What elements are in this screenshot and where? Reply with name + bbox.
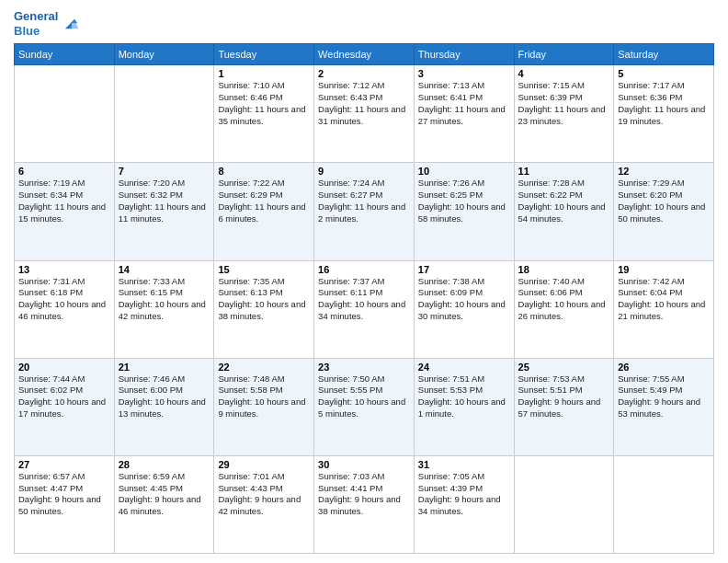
day-number: 10 [418, 166, 510, 177]
day-info: Sunrise: 7:13 AMSunset: 6:41 PMDaylight:… [418, 80, 506, 125]
day-number: 21 [119, 362, 210, 373]
calendar-cell: 9Sunrise: 7:24 AMSunset: 6:27 PMDaylight… [314, 163, 415, 260]
calendar-cell: 26Sunrise: 7:55 AMSunset: 5:49 PMDayligh… [614, 358, 714, 455]
day-number: 6 [18, 166, 110, 177]
day-info: Sunrise: 7:48 AMSunset: 5:58 PMDaylight:… [218, 373, 305, 419]
calendar-table: SundayMondayTuesdayWednesdayThursdayFrid… [14, 43, 714, 554]
day-info: Sunrise: 7:53 AMSunset: 5:51 PMDaylight:… [518, 373, 601, 419]
day-info: Sunrise: 7:10 AMSunset: 6:46 PMDaylight:… [218, 80, 305, 125]
day-number: 9 [318, 166, 410, 177]
day-number: 14 [119, 264, 210, 275]
day-info: Sunrise: 6:59 AMSunset: 4:45 PMDaylight:… [119, 471, 201, 516]
day-info: Sunrise: 7:42 AMSunset: 6:04 PMDaylight:… [618, 276, 705, 321]
calendar-cell: 8Sunrise: 7:22 AMSunset: 6:29 PMDaylight… [214, 163, 314, 260]
day-number: 5 [618, 68, 710, 79]
day-number: 12 [618, 166, 710, 177]
day-number: 30 [318, 459, 410, 470]
logo-icon [60, 14, 80, 34]
calendar-cell: 13Sunrise: 7:31 AMSunset: 6:18 PMDayligh… [15, 260, 115, 358]
col-header-wednesday: Wednesday [314, 44, 415, 65]
day-number: 18 [518, 264, 610, 275]
header: General Blue [14, 9, 714, 38]
calendar-cell: 21Sunrise: 7:46 AMSunset: 6:00 PMDayligh… [114, 358, 214, 455]
day-info: Sunrise: 7:20 AMSunset: 6:32 PMDaylight:… [119, 178, 206, 223]
calendar-week-4: 20Sunrise: 7:44 AMSunset: 6:02 PMDayligh… [15, 358, 714, 455]
page: General Blue SundayMondayTuesdayWednesda… [0, 0, 728, 563]
calendar-week-2: 6Sunrise: 7:19 AMSunset: 6:34 PMDaylight… [15, 163, 714, 260]
calendar-cell: 12Sunrise: 7:29 AMSunset: 6:20 PMDayligh… [614, 163, 714, 260]
day-number: 26 [618, 362, 710, 373]
calendar-cell: 19Sunrise: 7:42 AMSunset: 6:04 PMDayligh… [614, 260, 714, 358]
calendar-cell: 22Sunrise: 7:48 AMSunset: 5:58 PMDayligh… [214, 358, 314, 455]
calendar-cell: 2Sunrise: 7:12 AMSunset: 6:43 PMDaylight… [314, 65, 415, 163]
logo-text: General Blue [14, 9, 58, 38]
day-number: 13 [18, 264, 110, 275]
calendar-week-5: 27Sunrise: 6:57 AMSunset: 4:47 PMDayligh… [15, 455, 714, 553]
day-info: Sunrise: 7:46 AMSunset: 6:00 PMDaylight:… [119, 373, 206, 419]
day-number: 16 [318, 264, 410, 275]
day-info: Sunrise: 7:29 AMSunset: 6:20 PMDaylight:… [618, 178, 705, 223]
day-number: 28 [119, 459, 210, 470]
day-info: Sunrise: 7:55 AMSunset: 5:49 PMDaylight:… [618, 373, 700, 419]
calendar-cell: 5Sunrise: 7:17 AMSunset: 6:36 PMDaylight… [614, 65, 714, 163]
day-info: Sunrise: 7:03 AMSunset: 4:41 PMDaylight:… [318, 471, 401, 516]
day-info: Sunrise: 7:37 AMSunset: 6:11 PMDaylight:… [318, 276, 405, 321]
calendar-cell: 10Sunrise: 7:26 AMSunset: 6:25 PMDayligh… [414, 163, 514, 260]
calendar-week-3: 13Sunrise: 7:31 AMSunset: 6:18 PMDayligh… [15, 260, 714, 358]
day-info: Sunrise: 7:38 AMSunset: 6:09 PMDaylight:… [418, 276, 506, 321]
day-info: Sunrise: 7:35 AMSunset: 6:13 PMDaylight:… [218, 276, 305, 321]
calendar-cell: 7Sunrise: 7:20 AMSunset: 6:32 PMDaylight… [114, 163, 214, 260]
calendar-cell: 4Sunrise: 7:15 AMSunset: 6:39 PMDaylight… [514, 65, 614, 163]
logo: General Blue [14, 9, 80, 38]
day-info: Sunrise: 7:15 AMSunset: 6:39 PMDaylight:… [518, 80, 606, 125]
day-number: 17 [418, 264, 510, 275]
calendar-cell: 6Sunrise: 7:19 AMSunset: 6:34 PMDaylight… [15, 163, 115, 260]
day-info: Sunrise: 7:22 AMSunset: 6:29 PMDaylight:… [218, 178, 305, 223]
day-info: Sunrise: 7:05 AMSunset: 4:39 PMDaylight:… [418, 471, 501, 516]
day-number: 4 [518, 68, 610, 79]
day-info: Sunrise: 6:57 AMSunset: 4:47 PMDaylight:… [18, 471, 101, 516]
day-number: 8 [218, 166, 310, 177]
calendar-cell [15, 65, 115, 163]
day-info: Sunrise: 7:26 AMSunset: 6:25 PMDaylight:… [418, 178, 506, 223]
calendar-cell: 29Sunrise: 7:01 AMSunset: 4:43 PMDayligh… [214, 455, 314, 553]
calendar-cell: 30Sunrise: 7:03 AMSunset: 4:41 PMDayligh… [314, 455, 415, 553]
calendar-header-row: SundayMondayTuesdayWednesdayThursdayFrid… [15, 44, 714, 65]
calendar-cell: 11Sunrise: 7:28 AMSunset: 6:22 PMDayligh… [514, 163, 614, 260]
day-number: 24 [418, 362, 510, 373]
day-info: Sunrise: 7:33 AMSunset: 6:15 PMDaylight:… [119, 276, 206, 321]
calendar-cell: 23Sunrise: 7:50 AMSunset: 5:55 PMDayligh… [314, 358, 415, 455]
calendar-cell: 27Sunrise: 6:57 AMSunset: 4:47 PMDayligh… [15, 455, 115, 553]
logo-blue: Blue [14, 24, 40, 38]
day-number: 19 [618, 264, 710, 275]
calendar-cell [114, 65, 214, 163]
day-number: 29 [218, 459, 310, 470]
calendar-cell: 28Sunrise: 6:59 AMSunset: 4:45 PMDayligh… [114, 455, 214, 553]
calendar-cell: 15Sunrise: 7:35 AMSunset: 6:13 PMDayligh… [214, 260, 314, 358]
day-info: Sunrise: 7:24 AMSunset: 6:27 PMDaylight:… [318, 178, 405, 223]
day-info: Sunrise: 7:12 AMSunset: 6:43 PMDaylight:… [318, 80, 405, 125]
day-number: 27 [18, 459, 110, 470]
day-number: 3 [418, 68, 510, 79]
col-header-sunday: Sunday [15, 44, 115, 65]
col-header-friday: Friday [514, 44, 614, 65]
col-header-tuesday: Tuesday [214, 44, 314, 65]
col-header-thursday: Thursday [414, 44, 514, 65]
calendar-cell: 25Sunrise: 7:53 AMSunset: 5:51 PMDayligh… [514, 358, 614, 455]
day-number: 23 [318, 362, 410, 373]
day-number: 22 [218, 362, 310, 373]
calendar-cell: 1Sunrise: 7:10 AMSunset: 6:46 PMDaylight… [214, 65, 314, 163]
calendar-cell: 16Sunrise: 7:37 AMSunset: 6:11 PMDayligh… [314, 260, 415, 358]
day-number: 1 [218, 68, 310, 79]
day-info: Sunrise: 7:19 AMSunset: 6:34 PMDaylight:… [18, 178, 106, 223]
calendar-cell [514, 455, 614, 553]
logo-general: General [14, 9, 58, 23]
calendar-cell: 3Sunrise: 7:13 AMSunset: 6:41 PMDaylight… [414, 65, 514, 163]
calendar-cell: 31Sunrise: 7:05 AMSunset: 4:39 PMDayligh… [414, 455, 514, 553]
col-header-saturday: Saturday [614, 44, 714, 65]
day-info: Sunrise: 7:31 AMSunset: 6:18 PMDaylight:… [18, 276, 106, 321]
day-number: 25 [518, 362, 610, 373]
day-info: Sunrise: 7:01 AMSunset: 4:43 PMDaylight:… [218, 471, 301, 516]
day-info: Sunrise: 7:28 AMSunset: 6:22 PMDaylight:… [518, 178, 606, 223]
day-number: 11 [518, 166, 610, 177]
